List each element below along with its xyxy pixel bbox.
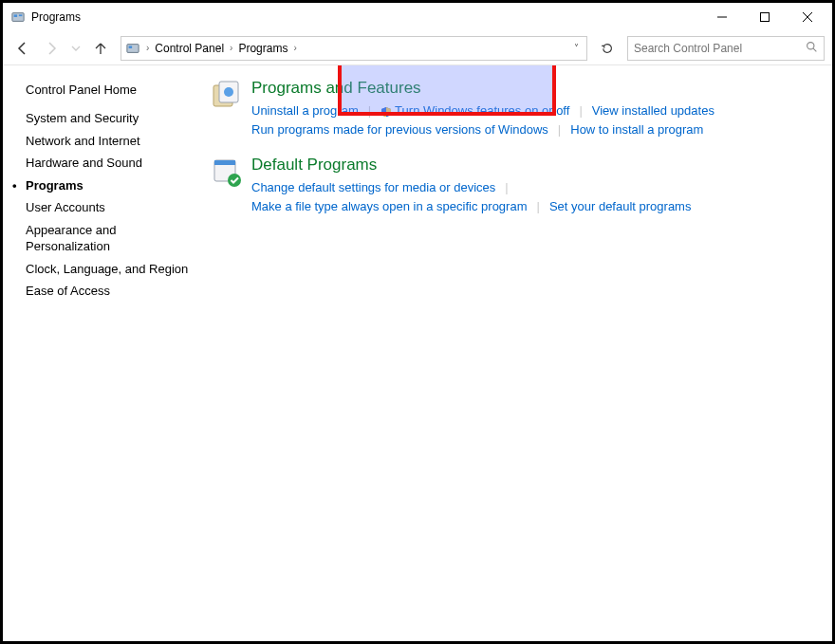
programs-features-icon bbox=[210, 79, 244, 113]
up-button[interactable] bbox=[88, 36, 113, 61]
navbar: › Control Panel › Programs › ˅ bbox=[3, 31, 832, 65]
task-how-to-install[interactable]: How to install a program bbox=[570, 120, 703, 139]
sidebar-item[interactable]: Clock, Language, and Region bbox=[26, 261, 200, 278]
forward-button[interactable] bbox=[39, 36, 64, 61]
default-programs-icon bbox=[210, 156, 244, 190]
chevron-right-icon[interactable]: › bbox=[228, 43, 234, 53]
task-row: Uninstall a program | Turn Windows f bbox=[251, 101, 813, 120]
svg-point-13 bbox=[224, 87, 233, 97]
body: Control Panel Home System and SecurityNe… bbox=[3, 65, 832, 641]
sidebar-home[interactable]: Control Panel Home bbox=[26, 83, 200, 97]
task-row: Run programs made for previous versions … bbox=[251, 120, 813, 139]
sidebar-item[interactable]: System and Security bbox=[26, 110, 200, 127]
titlebar: Programs bbox=[3, 3, 832, 31]
task-uninstall-program[interactable]: Uninstall a program bbox=[251, 101, 359, 120]
task-compat-programs[interactable]: Run programs made for previous versions … bbox=[251, 120, 548, 139]
window-title: Programs bbox=[31, 10, 81, 24]
sidebar-item[interactable]: Programs bbox=[26, 177, 200, 194]
breadcrumb-segment[interactable]: Control Panel bbox=[155, 42, 224, 55]
sidebar-item[interactable]: Network and Internet bbox=[26, 133, 200, 150]
sidebar-item[interactable]: Appearance and Personalization bbox=[26, 222, 200, 255]
sidebar: Control Panel Home System and SecurityNe… bbox=[3, 65, 210, 641]
search-box[interactable] bbox=[627, 36, 825, 61]
sidebar-item[interactable]: Hardware and Sound bbox=[26, 155, 200, 172]
chevron-right-icon[interactable]: › bbox=[144, 43, 151, 53]
section-default-programs: Default Programs Change default settings… bbox=[210, 156, 813, 215]
svg-point-16 bbox=[228, 174, 241, 187]
svg-rect-2 bbox=[19, 14, 23, 16]
sidebar-item[interactable]: User Accounts bbox=[26, 199, 200, 216]
search-input[interactable] bbox=[634, 42, 806, 55]
task-windows-features[interactable]: Turn Windows features on or off bbox=[380, 101, 569, 120]
section-programs-and-features: Programs and Features Uninstall a progra… bbox=[210, 79, 813, 138]
maximize-button[interactable] bbox=[743, 4, 786, 30]
task-media-defaults[interactable]: Change default settings for media or dev… bbox=[251, 178, 495, 197]
svg-point-9 bbox=[807, 42, 814, 48]
search-icon[interactable] bbox=[806, 41, 818, 56]
svg-line-10 bbox=[813, 48, 816, 51]
shield-icon bbox=[380, 106, 392, 118]
address-icon bbox=[125, 41, 140, 56]
task-file-type-assoc[interactable]: Make a file type always open in a specif… bbox=[251, 197, 527, 216]
address-bar[interactable]: › Control Panel › Programs › ˅ bbox=[121, 36, 587, 61]
task-view-updates[interactable]: View installed updates bbox=[592, 101, 714, 120]
back-button[interactable] bbox=[10, 36, 35, 61]
breadcrumb-segment[interactable]: Programs bbox=[238, 42, 288, 55]
close-button[interactable] bbox=[786, 4, 828, 30]
svg-rect-4 bbox=[760, 13, 769, 22]
svg-rect-15 bbox=[214, 160, 235, 165]
svg-rect-1 bbox=[14, 14, 18, 17]
task-set-defaults[interactable]: Set your default programs bbox=[549, 197, 692, 216]
task-row: Make a file type always open in a specif… bbox=[251, 197, 813, 216]
recent-locations-button[interactable] bbox=[67, 36, 84, 61]
content: Programs and Features Uninstall a progra… bbox=[210, 65, 832, 641]
window: Programs bbox=[0, 0, 835, 644]
sidebar-item[interactable]: Ease of Access bbox=[26, 283, 200, 300]
minimize-button[interactable] bbox=[700, 4, 743, 30]
control-panel-icon bbox=[10, 9, 26, 25]
svg-rect-8 bbox=[129, 46, 133, 48]
refresh-button[interactable] bbox=[595, 36, 620, 61]
task-row: Change default settings for media or dev… bbox=[251, 178, 813, 197]
section-title[interactable]: Programs and Features bbox=[251, 79, 813, 98]
address-dropdown-icon[interactable]: ˅ bbox=[570, 43, 583, 53]
chevron-right-icon[interactable]: › bbox=[291, 43, 298, 53]
section-title[interactable]: Default Programs bbox=[251, 156, 813, 175]
